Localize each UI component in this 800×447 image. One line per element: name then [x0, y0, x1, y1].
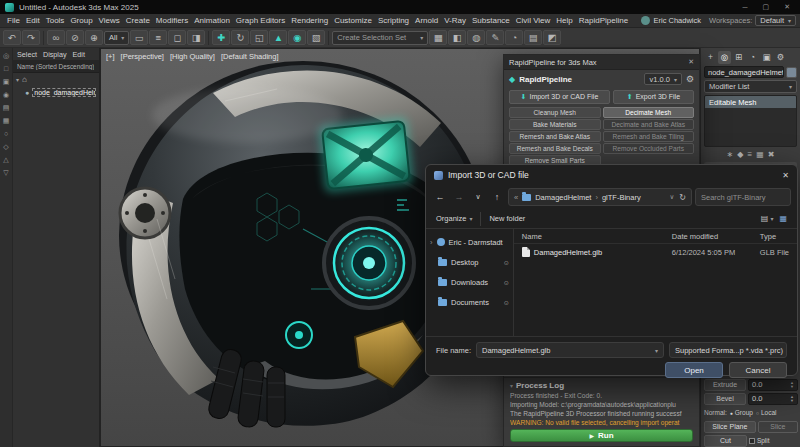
preset-remesh-bake-tiling[interactable]: Remesh and Bake Tiling	[603, 131, 695, 142]
export-3d-button[interactable]: ⬆ Export 3D File	[613, 90, 694, 104]
close-icon[interactable]: ✕	[779, 3, 795, 11]
move-tool-icon[interactable]: ✚	[212, 30, 230, 45]
open-button[interactable]: Open	[665, 362, 723, 378]
menu-item[interactable]: Group	[67, 16, 95, 25]
import-3d-button[interactable]: ⬇ Import 3D or CAD File	[509, 90, 610, 104]
angle-snap-icon[interactable]: ◉	[288, 30, 306, 45]
viewport-general-menu[interactable]: [+]	[106, 52, 115, 61]
layer-manager-icon[interactable]: ◍	[467, 30, 485, 45]
back-icon[interactable]: ←	[432, 189, 448, 205]
column-header-type[interactable]: Type	[760, 232, 776, 241]
menu-item[interactable]: Views	[96, 16, 123, 25]
normal-local-radio[interactable]: ○Local	[756, 409, 777, 416]
tab-display[interactable]: ▣	[760, 51, 773, 64]
tab-modify[interactable]: ◎	[718, 51, 731, 64]
explorer-menu-display[interactable]: Display	[43, 50, 67, 59]
viewport-shading-menu[interactable]: [Default Shading]	[221, 52, 279, 61]
address-dropdown-icon[interactable]: ∨	[670, 193, 675, 201]
explorer-menu-edit[interactable]: Edit	[73, 50, 85, 59]
cancel-button[interactable]: Cancel	[729, 362, 787, 378]
snap-toggle-icon[interactable]: ▲	[269, 30, 287, 45]
menu-item[interactable]: Arnold	[412, 16, 441, 25]
breadcrumb-current[interactable]: glTF-Binary	[602, 193, 641, 202]
percent-snap-icon[interactable]: ▧	[307, 30, 325, 45]
pin-stack-icon[interactable]: ∗	[727, 150, 734, 159]
preset-decimate-mesh[interactable]: Decimate Mesh	[603, 107, 695, 118]
explorer-tool-icon[interactable]: ▽	[1, 167, 12, 178]
align-icon[interactable]: ◧	[448, 30, 466, 45]
minimize-icon[interactable]: ─	[738, 4, 753, 11]
object-name-field[interactable]: node_damagedHelmet_-6514	[704, 66, 784, 78]
view-toggle[interactable]: ▤ ▾	[761, 214, 774, 223]
address-bar[interactable]: « DamagedHelmet › glTF-Binary ∨ ↻	[508, 188, 692, 206]
menu-item[interactable]: Customize	[331, 16, 375, 25]
sidebar-item-desktop[interactable]: Desktop ⊙	[426, 252, 513, 272]
file-row[interactable]: DamagedHelmet.glb 6/12/2024 5:05 PM GLB …	[514, 244, 797, 260]
dialog-titlebar[interactable]: Import 3D or CAD file ✕	[426, 165, 797, 185]
tab-create[interactable]: +	[704, 51, 717, 64]
rect-region-icon[interactable]: ◻	[168, 30, 186, 45]
menu-item[interactable]: V-Ray	[441, 16, 469, 25]
menu-item[interactable]: RapidPipeline	[576, 16, 631, 25]
double-chevron-icon[interactable]: «	[514, 193, 518, 202]
preset-remesh-bake-atlas[interactable]: Remesh and Bake Atlas	[509, 131, 601, 142]
preset-bake-materials[interactable]: Bake Materials	[509, 119, 601, 130]
menu-item[interactable]: Modifiers	[153, 16, 191, 25]
explorer-tool-icon[interactable]: ▦	[1, 115, 12, 126]
schematic-view-icon[interactable]: ◔	[505, 30, 523, 45]
selection-filter-select[interactable]: All ▾	[104, 31, 129, 45]
unlink-icon[interactable]: ⊘	[66, 30, 84, 45]
material-editor-icon[interactable]: ▤	[524, 30, 542, 45]
slice-plane-button[interactable]: Slice Plane	[704, 421, 756, 433]
object-color-swatch[interactable]	[786, 67, 797, 78]
select-by-name-icon[interactable]: ≡	[149, 30, 167, 45]
refresh-icon[interactable]: ↻	[679, 193, 686, 202]
preset-remesh-bake-decals[interactable]: Remesh and Bake Decals	[509, 143, 601, 154]
menu-item[interactable]: Civil View	[513, 16, 554, 25]
viewport-quality-menu[interactable]: [High Quality]	[170, 52, 215, 61]
close-icon[interactable]: ✕	[782, 171, 789, 180]
modifier-list-select[interactable]: Modifier List ▾	[704, 80, 797, 93]
node-label[interactable]: node_damagedHelmet	[32, 88, 96, 97]
run-button[interactable]: ▶ Run	[510, 429, 693, 442]
menu-item[interactable]: Substance	[469, 16, 513, 25]
explorer-name-column-header[interactable]: Name (Sorted Descending)	[13, 61, 99, 73]
explorer-tool-icon[interactable]: ◇	[1, 141, 12, 152]
preset-remove-occluded[interactable]: Remove Occluded Parts	[603, 143, 695, 154]
make-unique-icon[interactable]: ≡	[747, 150, 752, 159]
menu-item[interactable]: Help	[553, 16, 575, 25]
sidebar-item-home[interactable]: › Eric - Darmstadt	[426, 232, 513, 252]
remove-modifier-icon[interactable]: ✖	[768, 150, 775, 159]
tree-row-root[interactable]: ▾ ⌂	[13, 73, 99, 86]
file-name-input[interactable]: DamagedHelmet.glb ▾	[476, 342, 664, 358]
preview-pane-icon[interactable]: ▦	[779, 214, 787, 223]
explorer-tool-icon[interactable]: ○	[1, 128, 12, 139]
show-end-result-icon[interactable]: ◆	[737, 150, 743, 159]
tree-row-node[interactable]: ● node_damagedHelmet	[13, 86, 99, 99]
menu-item[interactable]: Create	[123, 16, 153, 25]
breadcrumb-root[interactable]: DamagedHelmet	[535, 193, 591, 202]
preset-cleanup-mesh[interactable]: Cleanup Mesh	[509, 107, 601, 118]
split-checkbox[interactable]: Split	[749, 437, 798, 444]
rapidpipeline-titlebar[interactable]: RapidPipeline for 3ds Max ✕	[504, 55, 699, 70]
bevel-button[interactable]: Bevel	[704, 393, 746, 405]
sidebar-item-documents[interactable]: Documents ⊙	[426, 292, 513, 312]
scale-tool-icon[interactable]: ◱	[250, 30, 268, 45]
tab-motion[interactable]: ◔	[746, 51, 759, 64]
preset-decimate-bake-atlas[interactable]: Decimate and Bake Atlas	[603, 119, 695, 130]
mirror-icon[interactable]: ▦	[429, 30, 447, 45]
undo-icon[interactable]: ↶	[3, 30, 21, 45]
select-object-icon[interactable]: ▭	[130, 30, 148, 45]
menu-item[interactable]: Tools	[43, 16, 68, 25]
rotate-tool-icon[interactable]: ↻	[231, 30, 249, 45]
menu-item[interactable]: Animation	[191, 16, 233, 25]
configure-modifier-icon[interactable]: ▦	[756, 150, 764, 159]
link-icon[interactable]: ∞	[47, 30, 65, 45]
new-folder-button[interactable]: New folder	[489, 214, 525, 223]
sidebar-item-downloads[interactable]: Downloads ⊙	[426, 272, 513, 292]
file-type-select[interactable]: Supported Forma...p *.vda *.prc) ▾	[669, 342, 787, 358]
explorer-tool-icon[interactable]: ▣	[1, 76, 12, 87]
collapse-icon[interactable]: ▾	[16, 76, 19, 83]
menu-item[interactable]: Rendering	[288, 16, 331, 25]
explorer-tool-icon[interactable]: ◉	[1, 89, 12, 100]
